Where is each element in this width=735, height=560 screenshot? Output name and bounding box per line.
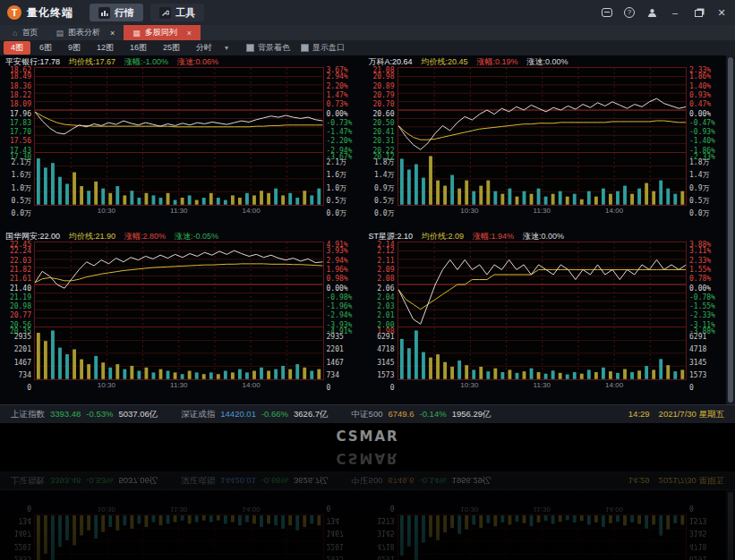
charts-area: 平安银行:17.78 均价线:17.67 涨幅:-1.00% 涨速:0.06% …	[0, 55, 735, 404]
view-button-4图[interactable]: 4图	[4, 41, 30, 55]
index-turnover: 3626.7亿	[294, 409, 329, 420]
chart-stxingyuan[interactable]: ST星源:2.10 均价线:2.09 涨幅:1.94% 涨速:0.00% 2.1…	[363, 490, 727, 560]
restore-button[interactable]	[692, 6, 705, 19]
view-button-25图[interactable]: 25图	[156, 41, 187, 55]
status-bar: 上证指数3393.48-0.53%5037.06亿深证成指14420.01-0.…	[0, 404, 735, 423]
volume-axis-label: 1467	[327, 358, 344, 366]
price-plot[interactable]	[34, 67, 324, 153]
time-label: 10:30	[460, 505, 478, 513]
volume-axis-label: 1.4万	[689, 170, 709, 180]
time-label: 10:30	[460, 207, 478, 215]
volume-axis-label: 1.0万	[327, 182, 346, 192]
view-button-9图[interactable]: 9图	[61, 41, 88, 55]
volume-plot[interactable]	[397, 514, 688, 560]
volume-axis-label: 0.0万	[689, 208, 709, 218]
menu-market-button[interactable]: 行情	[90, 4, 143, 21]
volume-axis-label: 1.8万	[374, 157, 394, 166]
minimize-button[interactable]: –	[669, 6, 681, 19]
close-tab-icon[interactable]: ×	[110, 29, 115, 38]
checkbox-背景着色[interactable]: 背景着色	[246, 42, 290, 54]
checkbox-label: 显示盘口	[312, 42, 345, 54]
chart-pinganyinhang[interactable]: 平安银行:17.78 均价线:17.67 涨幅:-1.00% 涨速:0.06% …	[0, 55, 363, 230]
close-tab-icon[interactable]: ×	[187, 29, 192, 38]
price-axis-label: 20.41	[372, 128, 394, 136]
price-axis-label: 20.50	[372, 118, 394, 126]
volume-plot[interactable]	[397, 153, 688, 206]
index-quotes: 上证指数3393.48-0.53%5037.06亿深证成指14420.01-0.…	[11, 409, 514, 420]
index-change-pct: -0.14%	[420, 475, 447, 487]
index-change-pct: -0.53%	[86, 475, 113, 487]
price-axis-label: 20.70	[372, 100, 394, 108]
chart-guohuawangan[interactable]: 国华网安:22.00 均价线:21.90 涨幅:2.80% 涨速:-0.05% …	[0, 230, 363, 404]
tab-multi-stock[interactable]: ▦多股同列×	[124, 25, 201, 40]
price-plot[interactable]	[34, 242, 324, 327]
volume-axis-label: 1467	[14, 529, 31, 537]
percent-axis-label: -2.33%	[689, 311, 715, 319]
volume-axis-label: 734	[19, 516, 31, 524]
charts-area: 平安银行:17.78 均价线:17.67 涨幅:-1.00% 涨速:0.06% …	[0, 490, 735, 560]
volume-axis-label: 2935	[327, 332, 344, 340]
percent-axis-label: 0.93%	[689, 90, 711, 98]
tab-home[interactable]: ⌂首页	[4, 25, 47, 40]
price-axis-label: 2.11	[377, 256, 394, 264]
checkbox-box[interactable]	[301, 44, 309, 52]
price-axis-label: 2.03	[377, 302, 394, 310]
volume-axis-label: 0.9万	[374, 182, 394, 192]
watermark-strip: CSMAR	[0, 423, 735, 447]
volume-plot[interactable]	[397, 327, 688, 380]
volume-axis-label: 3145	[689, 529, 706, 537]
tab-chart-analysis[interactable]: ▤图表分析×	[47, 25, 124, 40]
volume-axis-label: 2.1万	[12, 157, 31, 166]
index-quote: 中证5006749.6-0.14%1956.29亿	[352, 475, 491, 487]
volume-axis-label: 0.9万	[689, 182, 709, 192]
status-time: 14:29	[628, 409, 650, 420]
volume-axis-label: 3145	[689, 358, 706, 366]
index-change-pct: -0.66%	[261, 475, 288, 487]
view-button-6图[interactable]: 6图	[32, 41, 59, 55]
vertical-scrollbar[interactable]	[726, 55, 735, 404]
view-button-12图[interactable]: 12图	[90, 41, 121, 55]
price-plot[interactable]	[397, 242, 688, 327]
chart-wankea[interactable]: 万科A:20.64 均价线:20.45 涨幅:0.19% 涨速:0.00% 21…	[363, 55, 727, 230]
volume-plot[interactable]	[34, 153, 324, 206]
checkbox-box[interactable]	[246, 44, 254, 52]
time-label: 11:30	[534, 381, 551, 389]
view-button-分时[interactable]: 分时	[189, 41, 219, 55]
volume-axis-label: 0.5万	[689, 195, 709, 205]
change-pct-label: 涨幅:-1.00%	[124, 56, 168, 68]
index-turnover: 1956.29亿	[452, 475, 491, 487]
left-axis: 21.0820.9820.8920.7920.7020.6020.5020.41…	[363, 67, 397, 216]
app-logo-icon: T	[7, 5, 21, 20]
time-label: 10:30	[98, 505, 115, 513]
volume-axis-label: 1467	[327, 529, 344, 537]
checkbox-显示盘口[interactable]: 显示盘口	[301, 42, 345, 54]
index-name: 上证指数	[11, 409, 45, 420]
chart-guohuawangan[interactable]: 国华网安:22.00 均价线:21.90 涨幅:2.80% 涨速:-0.05% …	[0, 490, 363, 560]
close-button[interactable]: ✕	[715, 6, 728, 19]
price-axis-label: 20.98	[10, 302, 31, 310]
chevron-down-icon[interactable]: ▾	[225, 44, 228, 52]
charts-grid: 平安银行:17.78 均价线:17.67 涨幅:-1.00% 涨速:0.06% …	[0, 55, 726, 404]
help-icon[interactable]: ?	[624, 7, 635, 18]
volume-plot[interactable]	[34, 327, 324, 380]
scrollbar-thumb[interactable]	[728, 57, 733, 403]
index-value: 14420.01	[220, 409, 256, 420]
price-axis-label: 20.89	[372, 81, 394, 89]
csmar-watermark: CSMAR	[336, 450, 398, 471]
chart-stxingyuan[interactable]: ST星源:2.10 均价线:2.09 涨幅:1.94% 涨速:0.00% 2.1…	[363, 230, 727, 404]
menu-tools-button[interactable]: 工具	[150, 4, 204, 21]
time-label: 10:30	[460, 381, 478, 389]
page: T 量化终端 行情 工具 ? –	[0, 0, 735, 447]
tray-icon[interactable]	[601, 6, 613, 19]
scrollbar-thumb[interactable]	[728, 492, 733, 560]
vertical-scrollbar[interactable]	[726, 490, 735, 560]
title-bar: T 量化终端 行情 工具 ? –	[0, 0, 735, 25]
charts-grid: 平安银行:17.78 均价线:17.67 涨幅:-1.00% 涨速:0.06% …	[0, 490, 726, 560]
user-icon[interactable]	[645, 6, 658, 19]
price-plot[interactable]	[397, 67, 688, 153]
view-button-16图[interactable]: 16图	[123, 41, 154, 55]
volume-axis-label: 0	[327, 503, 331, 511]
volume-plot[interactable]	[34, 514, 324, 560]
percent-axis-label: 1.86%	[689, 72, 711, 81]
percent-axis-label: 1.47%	[327, 90, 348, 98]
